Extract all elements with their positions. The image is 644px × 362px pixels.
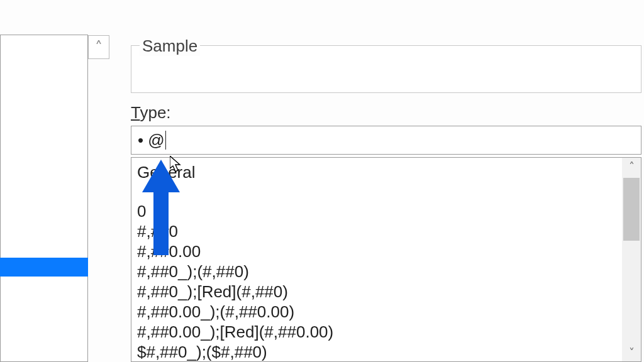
format-listbox[interactable]: General 0 #,##0 #,##0.00 #,##0_);(#,##0)… [131, 157, 641, 362]
type-input-value: • @ [138, 131, 165, 150]
list-item[interactable]: #,##0_);[Red](#,##0) [137, 282, 621, 302]
category-selected-item[interactable] [0, 258, 88, 277]
category-scroll-up-icon[interactable]: ˄ [88, 35, 109, 59]
list-item[interactable]: #,##0_);(#,##0) [137, 261, 621, 282]
category-listbox[interactable] [0, 35, 88, 362]
format-list-items: General 0 #,##0 #,##0.00 #,##0_);(#,##0)… [137, 162, 621, 362]
scroll-down-button[interactable]: ˅ [622, 344, 641, 361]
list-item[interactable]: #,##0 [137, 221, 621, 241]
chevron-up-icon: ˄ [95, 38, 103, 56]
list-item[interactable]: 0 [137, 201, 621, 221]
list-item[interactable]: #,##0.00_);(#,##0.00) [137, 302, 621, 322]
type-label-rest: ype: [140, 103, 170, 122]
type-input[interactable]: • @ [131, 126, 641, 155]
list-item[interactable]: #,##0.00 [137, 241, 621, 261]
list-item[interactable]: #,##0.00_);[Red](#,##0.00) [137, 322, 621, 342]
list-item[interactable]: General [137, 162, 621, 182]
chevron-down-icon: ˅ [629, 346, 635, 359]
scroll-up-button[interactable]: ˄ [622, 158, 641, 175]
sample-groupbox [131, 45, 641, 93]
chevron-up-icon: ˄ [629, 160, 635, 173]
scroll-thumb[interactable] [623, 178, 640, 241]
sample-label: Sample [140, 36, 200, 56]
format-list-scrollbar[interactable]: ˄ ˅ [622, 158, 641, 361]
type-label: Type: [131, 103, 171, 123]
type-label-accel: T [131, 103, 140, 122]
list-item[interactable]: $#,##0_);($#,##0) [137, 342, 621, 362]
text-caret [165, 131, 167, 150]
